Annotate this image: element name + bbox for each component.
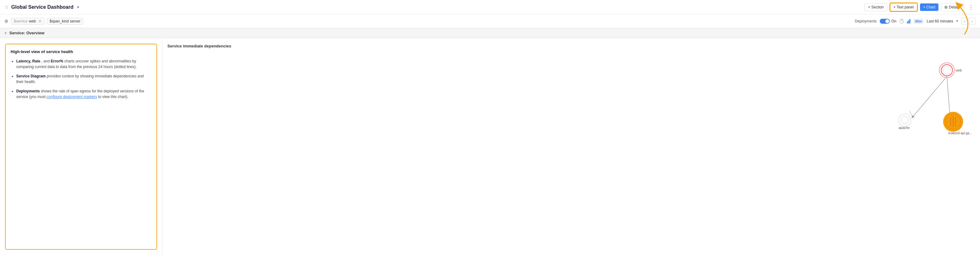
main-content: High-level view of service health Latenc… <box>0 38 980 255</box>
section-header: ∨ Service: Overview <box>0 28 980 38</box>
svg-point-5 <box>943 67 951 74</box>
details-button[interactable]: ⊞ Details <box>941 3 964 11</box>
configure-deployment-link[interactable]: configure deployment markers <box>46 95 97 99</box>
left-panel: High-level view of service health Latenc… <box>0 38 162 255</box>
span-kind-filter-tag[interactable]: $span_kind server <box>47 18 83 25</box>
deployments-label: Deployments <box>855 19 877 24</box>
filter-left: ⚙ $service web ✕ $span_kind server <box>4 18 83 25</box>
add-section-button[interactable]: + Section <box>864 3 887 11</box>
toggle-switch[interactable] <box>880 19 890 24</box>
time-next-button[interactable]: › <box>969 18 976 25</box>
service-diagram-bold: Service Diagram <box>16 74 46 78</box>
list-item: Latency, Rate , and Error% charts uncove… <box>16 58 151 70</box>
time-chevron-icon[interactable]: ▾ <box>956 19 958 23</box>
right-panel: Service immediate dependencies web <box>162 38 980 255</box>
error-pct-bold: Error% <box>51 59 64 64</box>
web-node-label: web <box>955 68 962 72</box>
service-filter-close-icon[interactable]: ✕ <box>38 19 41 24</box>
bullet-list: Latency, Rate , and Error% charts uncove… <box>11 58 151 100</box>
more-options-button[interactable]: ⋮ <box>966 3 976 11</box>
section-collapse-icon[interactable]: ∨ <box>4 31 7 35</box>
filter-bar: ⚙ $service web ✕ $span_kind server Deplo… <box>0 14 980 28</box>
dashboard-title: Global Service Dashboard <box>11 4 73 10</box>
time-label: Last 60 minutes <box>927 19 953 24</box>
panel-heading: High-level view of service health <box>11 49 151 54</box>
time-prev-button[interactable]: ‹ <box>961 18 968 25</box>
service-filter-value: web <box>29 19 36 24</box>
bullet1-text1: , and <box>41 59 51 64</box>
help-icon[interactable]: ? <box>899 19 904 24</box>
list-item: Deployments shows the rate of span egres… <box>16 88 151 100</box>
bar-chart-icon[interactable] <box>907 19 910 24</box>
time-badge[interactable]: 60m <box>913 19 923 24</box>
details-label: Details <box>949 5 960 10</box>
details-icon: ⊞ <box>944 5 948 10</box>
section-title: Service: Overview <box>10 30 45 35</box>
krakend-node-label: krakend-api-ga... <box>948 132 972 135</box>
toggle-on-label: On <box>891 19 896 24</box>
add-chart-button[interactable]: + Chart <box>920 3 939 11</box>
add-text-panel-button[interactable]: + Text panel <box>890 3 918 11</box>
svg-line-1 <box>947 76 950 117</box>
dashboard-chevron-button[interactable]: ▾ <box>76 4 80 10</box>
diagram-area: web apache krakend-api-ga... <box>167 51 975 139</box>
svg-line-0 <box>913 76 947 117</box>
apache-node-label: apache <box>899 126 910 130</box>
top-bar-right: + Section + Text panel + Chart ⊞ Details… <box>864 3 976 11</box>
service-diagram-svg: web apache krakend-api-ga... <box>850 51 975 139</box>
top-bar: ☆ Global Service Dashboard ▾ + Section +… <box>0 0 980 14</box>
right-panel-title: Service immediate dependencies <box>167 44 975 48</box>
deployments-bold: Deployments <box>16 89 40 93</box>
text-panel-box: High-level view of service health Latenc… <box>5 44 157 250</box>
bullet3-text2: to view this chart). <box>98 95 128 99</box>
latency-rate-bold: Latency, Rate <box>16 59 40 64</box>
span-kind-filter-value: server <box>70 19 80 24</box>
svg-point-7 <box>901 116 908 124</box>
star-icon[interactable]: ☆ <box>4 4 9 10</box>
filter-right: Deployments On ? 60m Last 60 minutes ▾ ‹… <box>855 18 976 25</box>
service-filter-tag[interactable]: $service web ✕ <box>11 18 45 25</box>
svg-line-2 <box>909 111 913 117</box>
deployments-toggle[interactable]: On <box>880 19 896 24</box>
top-bar-left: ☆ Global Service Dashboard ▾ <box>4 4 80 10</box>
time-nav: ‹ › <box>961 18 976 25</box>
list-item: Service Diagram provides context by show… <box>16 73 151 84</box>
span-kind-filter-key: $span_kind <box>50 19 69 24</box>
service-filter-key: $service <box>14 19 28 24</box>
gear-icon[interactable]: ⚙ <box>4 19 8 24</box>
